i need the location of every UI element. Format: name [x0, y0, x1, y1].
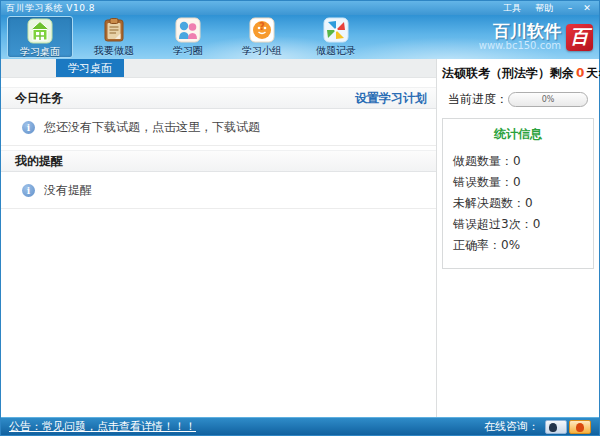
exam-days-remaining: 0 [574, 66, 586, 80]
pinwheel-icon [323, 17, 349, 43]
progress-row: 当前进度： 0% [442, 91, 594, 108]
tab-learning-desktop[interactable]: 学习桌面 [56, 59, 124, 77]
progress-bar: 0% [508, 92, 588, 107]
svg-text:?: ? [259, 21, 265, 32]
stat-row-accuracy: 正确率：0% [453, 235, 583, 256]
toolbar-item-label: 学习桌面 [20, 45, 60, 59]
today-tasks-title: 今日任务 [15, 90, 63, 107]
stats-box: 统计信息 做题数量：0 错误数量：0 未解决题数：0 错误超过3次：0 正确率：… [442, 118, 594, 269]
app-window: 百川学习系统 V10.8 工具 帮助 – ✕ 学习桌面 [0, 0, 600, 436]
brand-url: www.bc150.com [479, 41, 561, 52]
stat-row-questions-done: 做题数量：0 [453, 151, 583, 172]
menu-help[interactable]: 帮助 [535, 2, 553, 15]
minimize-button[interactable]: – [563, 2, 577, 14]
titlebar: 百川学习系统 V10.8 工具 帮助 – ✕ [1, 1, 599, 15]
info-icon: i [22, 184, 35, 197]
exam-countdown: 法硕联考（刑法学）剩余0天考试 [442, 65, 594, 82]
announcement-link[interactable]: 公告：常见问题，点击查看详情！！！ [9, 419, 196, 434]
brand-area: 百川软件 www.bc150.com 百 [479, 23, 593, 51]
house-icon [27, 18, 53, 44]
people-icon [175, 17, 201, 43]
toolbar-item-do-questions[interactable]: 我要做题 [81, 16, 147, 58]
today-tasks-message[interactable]: 您还没有下载试题，点击这里，下载试题 [44, 119, 260, 136]
reminders-title: 我的提醒 [15, 153, 63, 170]
progress-value: 0% [542, 95, 555, 104]
smiley-question-icon: ? [249, 17, 275, 43]
reminders-message-row: i 没有提醒 [1, 172, 436, 209]
close-button[interactable]: ✕ [580, 2, 594, 14]
qq-service-icon[interactable] [545, 420, 567, 434]
reminders-message: 没有提醒 [44, 182, 92, 199]
window-title: 百川学习系统 V10.8 [6, 2, 496, 15]
toolbar-item-question-record[interactable]: 做题记录 [303, 16, 369, 58]
menu-tools[interactable]: 工具 [503, 2, 521, 15]
toolbar-item-label: 学习小组 [242, 44, 282, 58]
toolbar-item-label: 学习圈 [173, 44, 203, 58]
stat-row-errors: 错误数量：0 [453, 172, 583, 193]
main-content: 今日任务 设置学习计划 i 您还没有下载试题，点击这里，下载试题 我的提醒 i … [1, 78, 436, 417]
stat-row-unsolved: 未解决题数：0 [453, 193, 583, 214]
set-study-plan-link[interactable]: 设置学习计划 [355, 90, 427, 107]
info-icon: i [22, 121, 35, 134]
online-service-area: 在线咨询： [484, 419, 591, 434]
toolbar-item-learning-desktop[interactable]: 学习桌面 [7, 16, 73, 58]
statusbar: 公告：常见问题，点击查看详情！！！ 在线咨询： [1, 417, 599, 435]
today-tasks-header: 今日任务 设置学习计划 [1, 87, 436, 109]
toolbar-item-study-group[interactable]: ? 学习小组 [229, 16, 295, 58]
toolbar: 学习桌面 我要做题 [1, 15, 599, 59]
sidebar: 法硕联考（刑法学）剩余0天考试 当前进度： 0% 统计信息 做题数量：0 错误数… [436, 59, 599, 417]
qq-service-icon-2[interactable] [569, 420, 591, 434]
stat-row-errors-over-3: 错误超过3次：0 [453, 214, 583, 235]
toolbar-item-label: 做题记录 [316, 44, 356, 58]
toolbar-item-learning-circle[interactable]: 学习圈 [155, 16, 221, 58]
stats-title: 统计信息 [453, 126, 583, 143]
clipboard-icon [101, 17, 127, 43]
exam-name: 法硕联考（刑法学） [442, 66, 550, 80]
tabbar: 学习桌面 [1, 59, 436, 78]
brand-name: 百川软件 [479, 23, 561, 41]
progress-label: 当前进度： [448, 91, 508, 108]
toolbar-item-label: 我要做题 [94, 44, 134, 58]
today-tasks-message-row[interactable]: i 您还没有下载试题，点击这里，下载试题 [1, 109, 436, 146]
online-service-label: 在线咨询： [484, 419, 539, 434]
brand-logo-icon: 百 [566, 24, 593, 51]
reminders-header: 我的提醒 [1, 150, 436, 172]
